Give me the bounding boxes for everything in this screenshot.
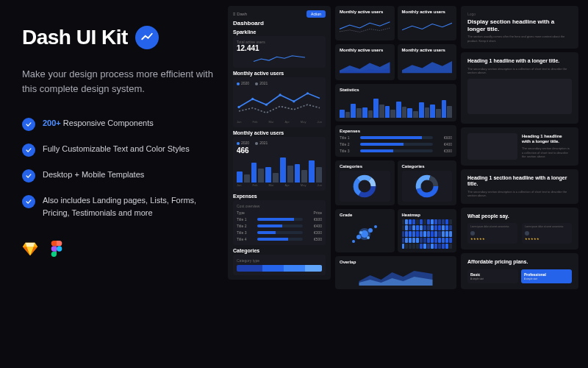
category-type-label: Category type [237,258,322,263]
svg-point-20 [367,236,370,239]
figma-icon [49,241,65,257]
action-button[interactable]: Action [306,10,326,18]
scatter-panel: Grade [335,209,395,252]
app-name: ≡ Dash [233,12,247,16]
testimonial-card: Lorem ipsum dolor sit amet consectetur.★… [522,223,572,244]
feature-item: Also includes Landing pages, Lists, Form… [22,194,220,219]
feature-text: Also includes Landing pages, Lists, Form… [43,194,220,219]
landing-section-preview: Heading 1 headline with a longer title. … [461,127,578,166]
check-icon [22,144,35,157]
check-icon [22,118,35,131]
mau-stat: 466 [237,146,322,155]
testimonials-preview: What people say. Lorem ipsum dolor sit a… [461,208,578,250]
testimonials-title: What people say. [467,213,572,219]
legend-item: 2021 [255,141,268,145]
mau-title: Monthly active users [233,71,326,76]
svg-point-4 [293,100,295,102]
brand-label: Logo [467,12,572,16]
area-chart-panel: Monthly active users [398,44,457,80]
testimonial-card: Lorem ipsum dolor sit amet consectetur.★… [467,223,517,244]
categories-title: Categories [233,248,326,253]
landing-heading: Heading 1 headline with a longer title. [522,134,572,144]
sparkline-value: 12.441 [237,44,322,52]
landing-section-preview: Heading 1 headline with a longer title. … [461,52,578,124]
product-subtitle: Make your design process more efficient … [22,67,220,96]
svg-point-18 [374,225,377,228]
feature-text: Fully Customizable Text and Color Styles [43,143,190,155]
feature-highlight: 200+ [43,118,61,127]
sparkline-label: Sparkline [233,29,326,35]
legend-item: 2020 [237,81,249,85]
svg-point-19 [359,231,362,234]
product-title: Dash UI Kit [22,26,128,49]
line-chart [237,87,322,119]
landing-hero-preview: Logo Display section headline with a lon… [461,6,578,49]
bar-chart [237,155,322,183]
donut-panel: Categories [335,160,395,205]
svg-point-13 [352,240,355,243]
landing-sub: The secondary section description is a c… [522,146,572,159]
image-placeholder [467,133,517,160]
svg-point-17 [368,228,373,233]
feature-item: Desktop + Mobile Templates [22,169,220,183]
svg-point-3 [279,93,281,96]
landing-heading: Heading 1 headline with a longer title. [467,58,572,64]
statistics-panel: Statistics [335,84,456,121]
heatmap-panel: Heatmap [398,209,457,252]
svg-point-1 [251,98,254,100]
mini-chart-panel: Monthly active users [398,6,457,40]
mau-title-2: Monthly active users [233,130,326,135]
check-icon [22,169,35,183]
svg-point-2 [265,104,268,106]
check-icon [22,195,35,208]
overlap-panel: Overlap [335,256,456,289]
stacked-bar [237,265,322,272]
svg-point-0 [237,106,240,108]
price-card[interactable]: BasicA simple start [467,269,518,283]
svg-point-5 [306,92,309,94]
cost-overview-label: Cost overview [237,204,322,208]
landing-hero-title: Display section headline with a longer t… [467,18,572,32]
expense-list: Title 1€600 Title 2€400 Title 3€300 Titl… [237,217,322,241]
donut-panel: Categories [398,160,457,205]
expenses-title: Expenses [233,194,326,199]
legend-item: 2021 [255,81,268,85]
landing-section-preview: Heading 1 section headline with a longer… [461,169,578,204]
mini-chart-panel: Monthly active users [335,6,395,40]
sketch-icon [22,241,38,257]
product-logo-icon [135,26,159,49]
landing-heading: Heading 1 section headline with a longer… [467,175,572,188]
feature-item: 200+ Responsive Components [22,117,220,131]
price-card-featured[interactable]: ProfessionalA simple start [521,269,572,283]
expenses-panel: Expenses Title 1€600 Title 2€400 Title 3… [335,125,456,157]
landing-sub: The secondary section description is a c… [467,190,572,198]
dashboard-preview-panel: ≡ Dash Action Dashboard Sparkline Total … [228,6,331,280]
pricing-preview: Affordable pricing plans. BasicA simple … [461,253,578,289]
sparkline-chart [237,54,322,64]
pricing-title: Affordable pricing plans. [467,259,572,265]
landing-hero-sub: The section usually comes after the hero… [467,35,572,43]
legend-item: 2020 [237,141,249,145]
feature-list: 200+ Responsive Components Fully Customi… [22,117,220,219]
feature-item: Fully Customizable Text and Color Styles [22,143,220,157]
area-chart-panel: Monthly active users [335,44,395,80]
feature-text: Responsive Components [61,118,154,127]
landing-sub: The secondary section description is a c… [467,67,572,75]
image-placeholder [467,79,572,114]
feature-text: Desktop + Mobile Templates [43,169,144,181]
dashboard-title: Dashboard [233,20,326,26]
